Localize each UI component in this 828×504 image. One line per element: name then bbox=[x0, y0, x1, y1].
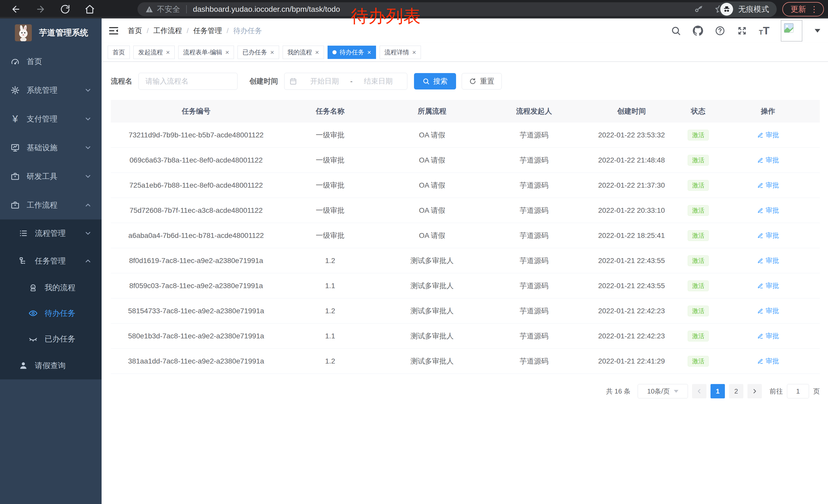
avatar[interactable] bbox=[781, 20, 802, 42]
approve-link[interactable]: 审批 bbox=[757, 256, 779, 265]
table-row: a6aba0a4-7b6d-11ec-b781-acde48001122 一级审… bbox=[111, 223, 820, 248]
cell-task-name: 1.2 bbox=[281, 307, 379, 315]
font-size-icon[interactable]: TT bbox=[759, 26, 770, 36]
goto-page-input[interactable] bbox=[787, 384, 809, 398]
process-name-input[interactable] bbox=[138, 73, 238, 90]
breadcrumb-workflow[interactable]: 工作流程 bbox=[153, 26, 182, 36]
sidebar-item-leave-query[interactable]: 请假查询 bbox=[0, 352, 101, 379]
github-icon[interactable] bbox=[693, 26, 703, 36]
table-header-row: 任务编号 任务名称 所属流程 流程发起人 创建时间 状态 操作 bbox=[111, 100, 820, 123]
sidebar-item-done-tasks[interactable]: 已办任务 bbox=[0, 326, 101, 352]
sidebar-item-infrastructure[interactable]: 基础设施 bbox=[0, 133, 101, 162]
briefcase-icon bbox=[10, 200, 20, 210]
edit-pen-icon bbox=[757, 232, 763, 239]
eye-closed-icon bbox=[28, 334, 38, 344]
refresh-icon bbox=[469, 78, 476, 85]
security-label[interactable]: 不安全 bbox=[157, 4, 180, 15]
sidebar-item-label: 系统管理 bbox=[27, 85, 57, 96]
tab-my-process[interactable]: 我的流程 × bbox=[283, 46, 324, 59]
close-icon[interactable]: × bbox=[412, 49, 416, 56]
approve-link[interactable]: 审批 bbox=[757, 131, 779, 139]
tab-start-process[interactable]: 发起流程 × bbox=[133, 46, 175, 59]
breadcrumb-task-management[interactable]: 任务管理 bbox=[194, 26, 222, 36]
password-key-icon[interactable] bbox=[694, 5, 703, 14]
table-row: 58154733-7ac8-11ec-a9e2-a2380e71991a 1.2… bbox=[111, 299, 820, 324]
close-icon[interactable]: × bbox=[367, 49, 371, 56]
breadcrumb-home[interactable]: 首页 bbox=[128, 26, 142, 36]
sidebar-item-todo-tasks[interactable]: 待办任务 bbox=[0, 301, 101, 326]
caret-down-icon[interactable] bbox=[815, 29, 820, 33]
start-date-placeholder[interactable]: 开始日期 bbox=[300, 77, 348, 86]
browser-menu-icon[interactable]: ⋮ bbox=[810, 4, 818, 14]
approve-link[interactable]: 审批 bbox=[757, 331, 779, 340]
incognito-label: 无痕模式 bbox=[738, 4, 769, 15]
next-page-button[interactable] bbox=[747, 384, 762, 398]
update-label: 更新 bbox=[791, 4, 806, 15]
page-button-1[interactable]: 1 bbox=[710, 384, 725, 398]
cell-process: OA 请假 bbox=[379, 205, 485, 215]
approve-link[interactable]: 审批 bbox=[757, 181, 779, 190]
forward-icon[interactable] bbox=[35, 4, 46, 15]
date-range-picker[interactable]: 开始日期 - 结束日期 bbox=[284, 73, 407, 90]
sidebar-item-home[interactable]: 首页 bbox=[0, 47, 101, 76]
cell-task-name: 1.2 bbox=[281, 257, 379, 265]
sidebar-item-task-management[interactable]: 任务管理 bbox=[0, 247, 101, 275]
sidebar-item-devtools[interactable]: 研发工具 bbox=[0, 162, 101, 191]
search-icon[interactable] bbox=[670, 26, 681, 36]
filter-form: 流程名 创建时间 开始日期 - 结束日期 搜索 bbox=[111, 73, 820, 90]
close-icon[interactable]: × bbox=[315, 49, 319, 56]
sidebar-menu: 首页 系统管理 ¥ 支付管理 bbox=[0, 47, 101, 504]
app-logo[interactable]: 芋道管理系统 bbox=[0, 18, 101, 47]
sidebar-item-payment[interactable]: ¥ 支付管理 bbox=[0, 104, 101, 133]
cell-task-id: 725a1eb6-7b88-11ec-8ef0-acde48001122 bbox=[111, 181, 281, 189]
approve-link[interactable]: 审批 bbox=[757, 206, 779, 215]
reload-icon[interactable] bbox=[59, 4, 71, 15]
search-button[interactable]: 搜索 bbox=[414, 73, 456, 89]
approve-link[interactable]: 审批 bbox=[757, 281, 779, 290]
sidebar-item-system[interactable]: 系统管理 bbox=[0, 76, 101, 104]
url-text[interactable]: dashboard.yudao.iocoder.cn/bpm/task/todo bbox=[193, 5, 340, 13]
chevron-right-icon bbox=[752, 388, 758, 394]
approve-link[interactable]: 审批 bbox=[757, 231, 779, 240]
sidebar-toggle-icon[interactable] bbox=[108, 26, 119, 36]
cell-task-name: 1.2 bbox=[281, 357, 379, 365]
page-button-2[interactable]: 2 bbox=[729, 384, 743, 398]
back-icon[interactable] bbox=[10, 4, 22, 15]
page-size-select[interactable]: 10条/页 bbox=[638, 384, 688, 398]
address-bar[interactable]: 不安全 dashboard.yudao.iocoder.cn/bpm/task/… bbox=[137, 2, 732, 16]
sidebar-item-process-management[interactable]: 流程管理 bbox=[0, 220, 101, 247]
approve-link[interactable]: 审批 bbox=[757, 357, 779, 366]
fullscreen-icon[interactable] bbox=[737, 26, 747, 36]
close-icon[interactable]: × bbox=[225, 49, 229, 56]
breadcrumb-separator: / bbox=[187, 27, 189, 35]
chevron-down-icon bbox=[84, 115, 92, 123]
sidebar-item-workflow[interactable]: 工作流程 bbox=[0, 191, 101, 220]
approve-link[interactable]: 审批 bbox=[757, 306, 779, 315]
close-icon[interactable]: × bbox=[166, 49, 170, 56]
help-icon[interactable] bbox=[715, 26, 726, 36]
sidebar-item-label: 支付管理 bbox=[27, 114, 57, 124]
breadcrumb-separator: / bbox=[227, 27, 229, 35]
approve-link[interactable]: 审批 bbox=[757, 155, 779, 165]
prev-page-button[interactable] bbox=[692, 384, 706, 398]
tab-process-detail[interactable]: 流程详情 × bbox=[380, 46, 421, 59]
cell-task-id: 069c6a63-7b8a-11ec-8ef0-acde48001122 bbox=[111, 156, 281, 164]
sidebar-item-my-process[interactable]: 我的流程 bbox=[0, 275, 101, 301]
cell-task-name: 一级审批 bbox=[281, 231, 379, 240]
tab-home[interactable]: 首页 bbox=[108, 46, 130, 59]
table-row: 73211d9d-7b9b-11ec-b5b7-acde48001122 一级审… bbox=[111, 123, 820, 148]
home-icon[interactable] bbox=[84, 4, 95, 15]
end-date-placeholder[interactable]: 结束日期 bbox=[354, 77, 403, 86]
pagination: 共 16 条 10条/页 1 2 前往 页 bbox=[111, 384, 820, 398]
reset-button[interactable]: 重置 bbox=[462, 73, 502, 89]
update-button[interactable]: 更新 ⋮ bbox=[782, 2, 824, 16]
tab-done-tasks[interactable]: 已办任务 × bbox=[238, 46, 279, 59]
cell-starter: 芋道源码 bbox=[485, 331, 583, 341]
sidebar-item-label: 已办任务 bbox=[45, 334, 75, 344]
tab-form-edit[interactable]: 流程表单-编辑 × bbox=[178, 46, 234, 59]
close-icon[interactable]: × bbox=[270, 49, 274, 56]
status-badge: 激活 bbox=[688, 130, 709, 140]
tab-todo-tasks[interactable]: 待办任务 × bbox=[328, 46, 376, 59]
edit-pen-icon bbox=[757, 358, 763, 365]
cell-process: OA 请假 bbox=[379, 155, 485, 165]
